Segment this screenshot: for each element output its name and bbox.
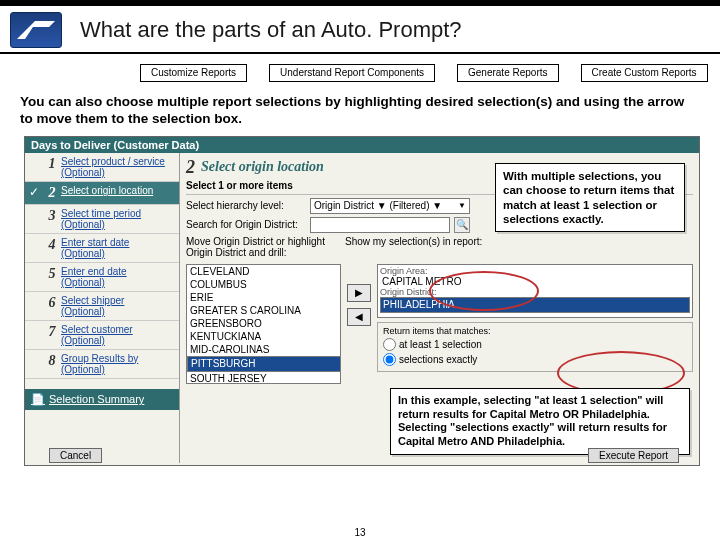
show-label: Show my selection(s) in report: [345, 236, 693, 247]
selection-box[interactable]: Origin Area: CAPITAL METRO Origin Distri… [377, 264, 693, 318]
usps-logo [10, 12, 62, 48]
move-right-button[interactable]: ▶ [347, 284, 371, 302]
tab-create: Create Custom Reports [581, 64, 708, 82]
step-7[interactable]: 7Select customer(Optional) [25, 321, 179, 350]
move-left-button[interactable]: ◀ [347, 308, 371, 326]
source-list[interactable]: CLEVELAND COLUMBUS ERIE GREATER S CAROLI… [186, 264, 341, 384]
step-3[interactable]: 3Select time period(Optional) [25, 205, 179, 234]
app-window: Days to Deliver (Customer Data) 1Select … [24, 136, 700, 466]
tab-customize: Customize Reports [140, 64, 247, 82]
hierarchy-label: Select hierarchy level: [186, 200, 306, 211]
tab-understand: Understand Report Components [269, 64, 435, 82]
chevron-down-icon: ▼ [458, 201, 466, 210]
search-icon[interactable]: 🔍 [454, 217, 470, 233]
step-6[interactable]: 6Select shipper(Optional) [25, 292, 179, 321]
radio-at-least-1[interactable] [383, 338, 396, 351]
slide-header: What are the parts of an Auto. Prompt? [0, 6, 720, 54]
search-input[interactable] [310, 217, 450, 233]
step-8[interactable]: 8Group Results by(Optional) [25, 350, 179, 379]
move-label: Move Origin District or highlight Origin… [186, 236, 341, 258]
match-group: Return items that matches: at least 1 se… [377, 322, 693, 372]
hierarchy-select[interactable]: Origin District ▼ (Filtered) ▼▼ [310, 198, 470, 214]
tab-generate: Generate Reports [457, 64, 559, 82]
step-sidebar: 1Select product / service(Optional) ✓2Se… [25, 153, 180, 463]
step-5[interactable]: 5Enter end date(Optional) [25, 263, 179, 292]
radio-exactly[interactable] [383, 353, 396, 366]
cancel-button[interactable]: Cancel [49, 448, 102, 463]
intro-text: You can also choose multiple report sele… [0, 90, 720, 134]
step-2[interactable]: ✓2Select origin location [25, 182, 179, 205]
callout-example: In this example, selecting "at least 1 s… [390, 388, 690, 455]
selection-summary[interactable]: 📄Selection Summary [25, 389, 179, 410]
page-title: What are the parts of an Auto. Prompt? [80, 17, 462, 43]
search-label: Search for Origin District: [186, 219, 306, 230]
step-4[interactable]: 4Enter start date(Optional) [25, 234, 179, 263]
app-title: Days to Deliver (Customer Data) [25, 137, 699, 153]
main-panel: 2Select origin location Select 1 or more… [180, 153, 699, 463]
doc-icon: 📄 [31, 393, 45, 406]
section-tabs: Customize Reports Understand Report Comp… [140, 64, 720, 82]
page-number: 13 [354, 527, 365, 538]
callout-selections: With multiple selections, you can choose… [495, 163, 685, 233]
execute-button[interactable]: Execute Report [588, 448, 679, 463]
step-1[interactable]: 1Select product / service(Optional) [25, 153, 179, 182]
